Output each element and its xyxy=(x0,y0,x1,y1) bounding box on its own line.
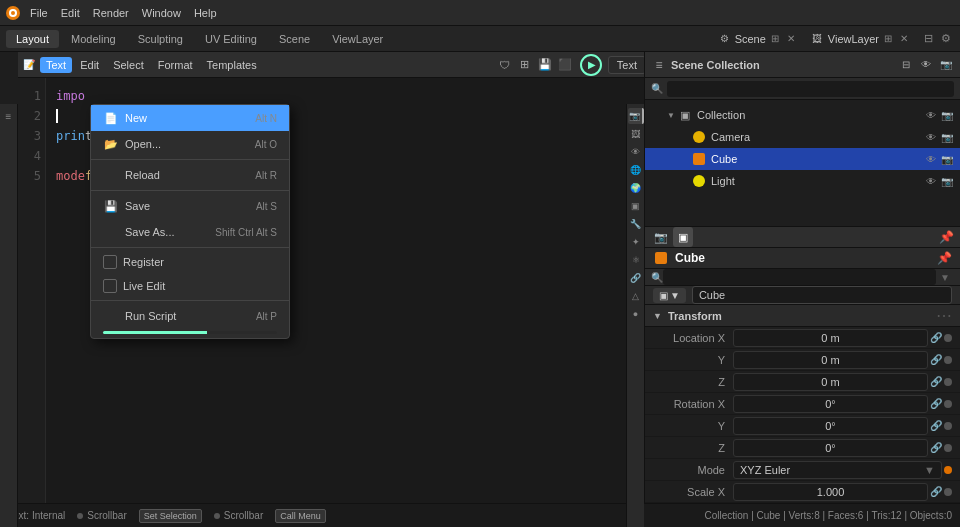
props-tab-world[interactable]: 🌍 xyxy=(628,180,644,196)
viewlayer-copy-icon[interactable]: ⊞ xyxy=(881,32,895,45)
menu-item-reload[interactable]: Reload Alt R xyxy=(91,162,289,188)
menu-templates-btn[interactable]: Templates xyxy=(201,57,263,73)
props-tab-output[interactable]: 🖼 xyxy=(628,126,644,142)
props-icon-obj[interactable]: ▣ xyxy=(673,227,693,247)
menu-item-save-as[interactable]: Save As... Shift Ctrl Alt S xyxy=(91,219,289,245)
rotation-z-field[interactable]: 0° xyxy=(733,439,928,457)
chain-y-icon[interactable]: 🔗 xyxy=(930,354,942,365)
rot-z-chain[interactable]: 🔗 xyxy=(930,442,942,453)
menu-select-btn[interactable]: Select xyxy=(107,57,150,73)
save-icon[interactable]: 💾 xyxy=(536,56,554,74)
rot-y-chain[interactable]: 🔗 xyxy=(930,420,942,431)
props-tab-physics[interactable]: ⚛ xyxy=(628,252,644,268)
menu-window[interactable]: Window xyxy=(136,5,187,21)
props-tab-material[interactable]: ● xyxy=(628,306,644,322)
tree-item-light[interactable]: ▶ Light 👁 📷 xyxy=(645,170,960,192)
menu-item-new[interactable]: 📄 New Alt N xyxy=(91,105,289,131)
props-tab-constraints[interactable]: 🔗 xyxy=(628,270,644,286)
props-type-btn[interactable]: ▣ ▼ xyxy=(653,288,686,303)
outliner-camera-icon[interactable]: 📷 xyxy=(938,57,954,73)
props-tab-scene[interactable]: 🌐 xyxy=(628,162,644,178)
location-x-dot[interactable] xyxy=(944,334,952,342)
live-edit-checkbox[interactable] xyxy=(103,279,117,293)
tree-item-collection[interactable]: ▼ ▣ Collection 👁 📷 xyxy=(645,104,960,126)
location-y-field[interactable]: 0 m xyxy=(733,351,928,369)
rotation-x-dot[interactable] xyxy=(944,400,952,408)
outliner-search-input[interactable] xyxy=(667,81,954,97)
sidebar-menu-icon[interactable]: ≡ xyxy=(1,108,17,124)
menu-text-btn[interactable]: Text xyxy=(40,57,72,73)
viewlayer-close-icon[interactable]: ✕ xyxy=(897,32,911,45)
run-button[interactable] xyxy=(580,54,602,76)
rotation-z-dot[interactable] xyxy=(944,444,952,452)
transform-header[interactable]: ▼ Transform ⋯ xyxy=(645,305,960,327)
mode-dot[interactable] xyxy=(944,466,952,474)
menu-item-run-script[interactable]: Run Script Alt P xyxy=(91,303,289,329)
eye-icon[interactable]: 👁 xyxy=(924,110,938,121)
chain-icon[interactable]: 🔗 xyxy=(930,332,942,343)
menu-render[interactable]: Render xyxy=(87,5,135,21)
menu-help[interactable]: Help xyxy=(188,5,223,21)
menu-edit[interactable]: Edit xyxy=(55,5,86,21)
camera-cam-icon[interactable]: 📷 xyxy=(940,132,954,143)
tree-arrow-collection[interactable]: ▼ xyxy=(665,109,677,121)
props-tab-object[interactable]: ▣ xyxy=(628,198,644,214)
menu-format-btn[interactable]: Format xyxy=(152,57,199,73)
tab-viewlayer[interactable]: ViewLayer xyxy=(322,30,393,48)
menu-item-live-edit[interactable]: Live Edit xyxy=(91,274,289,298)
cam-icon[interactable]: 📷 xyxy=(940,110,954,121)
scale-x-field[interactable]: 1.000 xyxy=(733,483,928,501)
location-z-field[interactable]: 0 m xyxy=(733,373,928,391)
menu-item-open[interactable]: 📂 Open... Alt O xyxy=(91,131,289,157)
tree-item-cube[interactable]: ▶ Cube 👁 📷 xyxy=(645,148,960,170)
location-x-field[interactable]: 0 m xyxy=(733,329,928,347)
menu-item-save[interactable]: 💾 Save Alt S xyxy=(91,193,289,219)
editor-type-icon[interactable]: 📝 xyxy=(20,56,38,74)
outliner-filter-icon[interactable]: ⊟ xyxy=(898,57,914,73)
rot-chain-icon[interactable]: 🔗 xyxy=(930,398,942,409)
light-eye-icon[interactable]: 👁 xyxy=(924,176,938,187)
scene-copy-icon[interactable]: ⊞ xyxy=(768,32,782,45)
text-name-dropdown[interactable]: Text xyxy=(608,56,646,74)
tab-sculpting[interactable]: Sculpting xyxy=(128,30,193,48)
props-tab-modifiers[interactable]: 🔧 xyxy=(628,216,644,232)
filter-icon[interactable]: ⊟ xyxy=(921,31,936,46)
viewlayer-settings-icon[interactable]: ⚙ xyxy=(938,31,954,46)
viewlayer-dropdown-icon[interactable]: 🖼 xyxy=(808,31,826,46)
tab-scene[interactable]: Scene xyxy=(269,30,320,48)
stop-icon[interactable]: ⬛ xyxy=(556,56,574,74)
location-y-dot[interactable] xyxy=(944,356,952,364)
props-search-input[interactable] xyxy=(663,269,936,285)
menu-item-register[interactable]: Register xyxy=(91,250,289,274)
menu-edit-btn[interactable]: Edit xyxy=(74,57,105,73)
camera-eye-icon[interactable]: 👁 xyxy=(924,132,938,143)
props-tab-particles[interactable]: ✦ xyxy=(628,234,644,250)
outliner-view-icon[interactable]: 👁 xyxy=(918,57,934,73)
props-icon-render[interactable]: 📷 xyxy=(651,227,671,247)
tab-uv-editing[interactable]: UV Editing xyxy=(195,30,267,48)
props-tab-data[interactable]: △ xyxy=(628,288,644,304)
rotation-y-dot[interactable] xyxy=(944,422,952,430)
scene-dropdown-icon[interactable]: ⚙ xyxy=(716,31,733,46)
register-checkbox[interactable] xyxy=(103,255,117,269)
tab-layout[interactable]: Layout xyxy=(6,30,59,48)
cube-cam-icon[interactable]: 📷 xyxy=(940,154,954,165)
pin-icon[interactable]: 📌 xyxy=(939,230,954,244)
cube-eye-icon[interactable]: 👁 xyxy=(924,154,938,165)
props-tab-view[interactable]: 👁 xyxy=(628,144,644,160)
menu-file[interactable]: File xyxy=(24,5,54,21)
props-tab-render[interactable]: 📷 xyxy=(628,108,644,124)
tab-modeling[interactable]: Modeling xyxy=(61,30,126,48)
props-search-arrow[interactable]: ▼ xyxy=(936,270,954,285)
chain-z-icon[interactable]: 🔗 xyxy=(930,376,942,387)
mode-dropdown[interactable]: XYZ Euler ▼ xyxy=(733,461,942,479)
props-pin-btn[interactable]: 📌 xyxy=(937,251,952,265)
rotation-y-field[interactable]: 0° xyxy=(733,417,928,435)
tree-item-camera[interactable]: ▶ Camera 👁 📷 xyxy=(645,126,960,148)
copy-icon[interactable]: ⊞ xyxy=(516,56,534,74)
location-z-dot[interactable] xyxy=(944,378,952,386)
rotation-x-field[interactable]: 0° xyxy=(733,395,928,413)
light-cam-icon[interactable]: 📷 xyxy=(940,176,954,187)
scale-x-dot[interactable] xyxy=(944,488,952,496)
props-name-input[interactable] xyxy=(692,286,952,304)
